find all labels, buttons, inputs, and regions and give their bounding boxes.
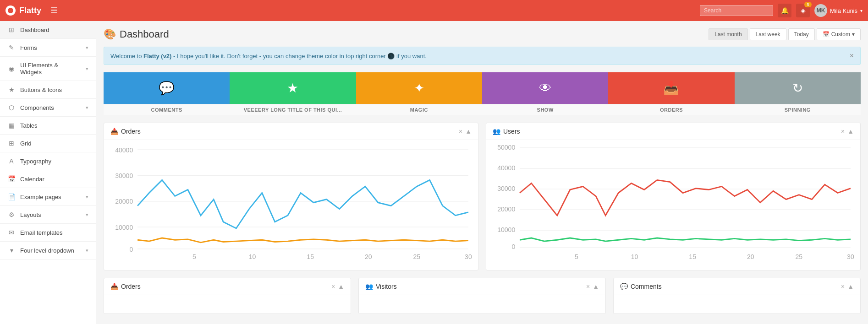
stat-card-magic[interactable]: ✦ MAGIC	[356, 72, 482, 115]
sidebar-icon-example-pages: 📄	[7, 193, 16, 200]
sidebar-item-forms[interactable]: ✎ Forms ▾	[0, 39, 96, 57]
orders-chart-body: 40000 30000 20000 10000 0	[104, 140, 478, 270]
date-filter-today[interactable]: Today	[788, 28, 815, 40]
comments2-chart-header: 💬 Comments × ▲	[614, 278, 860, 295]
visitors-chart-body	[359, 295, 605, 313]
main-content: 🎨 Dashboard Last month Last week Today 📅…	[96, 21, 868, 324]
svg-text:15: 15	[307, 253, 314, 260]
orders2-chart-body	[104, 295, 351, 313]
stat-card-label-magic: MAGIC	[356, 104, 482, 115]
rss-icon: ◈	[801, 7, 806, 14]
sidebar-item-typography[interactable]: A Typography	[0, 152, 96, 170]
stat-card-icon-comments: 💬	[104, 72, 230, 104]
brand-icon	[5, 5, 16, 16]
alert-brand: Flatty (v2)	[143, 53, 171, 59]
stat-card-label-comments: COMMENTS	[104, 104, 230, 115]
orders2-chart-close[interactable]: ×	[331, 283, 335, 290]
users-chart-header: 👥 Users × ▲	[486, 123, 860, 140]
svg-text:30000: 30000	[497, 185, 515, 192]
sidebar-icon-typography: A	[7, 157, 16, 165]
stat-card-veeeery[interactable]: ★ VEEEERY LONG TITLE OF THIS QUI...	[230, 72, 356, 115]
sidebar-item-example-pages[interactable]: 📄 Example pages ▾	[0, 188, 96, 206]
orders2-chart-collapse[interactable]: ▲	[338, 283, 344, 290]
sidebar-label-components: Components	[20, 104, 81, 111]
orders2-chart-actions: × ▲	[331, 283, 344, 290]
rss-badge: 5	[804, 2, 812, 7]
rss-button[interactable]: ◈ 5	[796, 4, 810, 17]
comments2-chart-title: 💬 Comments	[620, 283, 662, 290]
svg-text:10: 10	[631, 253, 638, 260]
user-menu[interactable]: MK Mila Kunis ▾	[814, 4, 863, 17]
sidebar-icon-forms: ✎	[7, 44, 16, 51]
sidebar-label-grid: Grid	[20, 140, 88, 147]
sidebar-icon-buttons-icons: ★	[7, 86, 16, 93]
date-filter-last-month[interactable]: Last month	[709, 28, 747, 40]
alert-close-button[interactable]: ×	[850, 52, 854, 60]
sidebar-arrow-example-pages: ▾	[86, 194, 88, 200]
sidebar-label-four-level: Four level dropdown	[20, 247, 81, 254]
brand-logo[interactable]: Flatty	[5, 5, 41, 16]
sidebar-label-ui-elements: UI Elements & Widgets	[20, 62, 81, 76]
sidebar-icon-components: ⬡	[7, 104, 16, 111]
stat-card-icon-show: 👁	[482, 72, 608, 104]
date-filter-custom[interactable]: 📅 Custom ▾	[817, 28, 861, 40]
sidebar-item-layouts[interactable]: ⚙ Layouts ▾	[0, 206, 96, 224]
stat-card-show[interactable]: 👁 SHOW	[482, 72, 608, 115]
sidebar-item-ui-elements[interactable]: ◉ UI Elements & Widgets ▾	[0, 57, 96, 81]
svg-text:0: 0	[511, 243, 515, 250]
orders-icon: 📥	[110, 128, 118, 135]
sidebar-item-buttons-icons[interactable]: ★ Buttons & Icons	[0, 81, 96, 99]
svg-text:30: 30	[465, 253, 472, 260]
svg-text:5: 5	[575, 253, 578, 260]
sidebar-item-four-level[interactable]: ▾ Four level dropdown ▾	[0, 242, 96, 259]
users-line-chart: 50000 40000 30000 20000 10000 0	[493, 145, 854, 264]
visitors-chart-close[interactable]: ×	[586, 283, 590, 290]
sidebar-item-components[interactable]: ⬡ Components ▾	[0, 99, 96, 117]
svg-text:30000: 30000	[115, 172, 133, 179]
sidebar-label-layouts: Layouts	[20, 211, 81, 218]
search-input[interactable]	[700, 5, 773, 16]
svg-text:40000: 40000	[115, 146, 133, 154]
stat-card-orders[interactable]: 📥 ORDERS	[608, 72, 734, 115]
sidebar-arrow-four-level: ▾	[86, 248, 88, 254]
svg-text:0: 0	[129, 246, 133, 253]
sidebar-icon-tables: ▦	[7, 122, 16, 129]
sidebar-icon-ui-elements: ◉	[7, 65, 16, 72]
comments2-chart-close[interactable]: ×	[841, 283, 845, 290]
stat-card-label-veeeery: VEEEERY LONG TITLE OF THIS QUI...	[230, 104, 356, 115]
stat-card-label-orders: ORDERS	[608, 104, 734, 115]
stat-card-comments[interactable]: 💬 COMMENTS	[104, 72, 230, 115]
sidebar-item-calendar[interactable]: 📅 Calendar	[0, 170, 96, 188]
hamburger-menu[interactable]: ☰	[50, 5, 58, 16]
stat-card-icon-magic: ✦	[356, 72, 482, 104]
svg-text:20: 20	[747, 253, 754, 260]
svg-text:15: 15	[689, 253, 696, 260]
svg-point-0	[8, 8, 13, 13]
stat-card-spinning[interactable]: ↻ SPINNING	[735, 72, 861, 115]
orders-chart-close[interactable]: ×	[459, 128, 462, 135]
sidebar-item-grid[interactable]: ⊞ Grid	[0, 135, 96, 152]
brand-name: Flatty	[19, 6, 41, 16]
sidebar-label-example-pages: Example pages	[20, 194, 81, 200]
sidebar-icon-dashboard: ⊞	[7, 26, 16, 33]
sidebar-item-tables[interactable]: ▦ Tables	[0, 117, 96, 135]
users-chart-title: 👥 Users	[493, 128, 520, 135]
users-chart-collapse[interactable]: ▲	[847, 128, 854, 135]
visitors-chart-collapse[interactable]: ▲	[593, 283, 599, 290]
svg-text:10000: 10000	[115, 224, 133, 231]
sidebar-item-email-templates[interactable]: ✉ Email templates	[0, 224, 96, 242]
visitors-chart-panel: 👥 Visitors × ▲	[358, 278, 606, 314]
bell-icon: 🔔	[781, 7, 789, 14]
sidebar-item-dashboard[interactable]: ⊞ Dashboard	[0, 21, 96, 39]
user-name: Mila Kunis	[830, 7, 857, 14]
users-chart-close[interactable]: ×	[841, 128, 845, 135]
sidebar-arrow-forms: ▾	[86, 45, 88, 51]
comments2-chart-actions: × ▲	[841, 283, 854, 290]
date-filter-last-week[interactable]: Last week	[750, 28, 786, 40]
alert-text: Welcome to Flatty (v2) - I hope you'll l…	[110, 53, 427, 59]
orders-chart-panel: 📥 Orders × ▲ 40000 30000 20000 10000	[104, 123, 478, 270]
orders-chart-collapse[interactable]: ▲	[465, 128, 472, 135]
notification-button[interactable]: 🔔	[778, 4, 791, 17]
sidebar-icon-layouts: ⚙	[7, 211, 16, 218]
comments2-chart-collapse[interactable]: ▲	[847, 283, 854, 290]
